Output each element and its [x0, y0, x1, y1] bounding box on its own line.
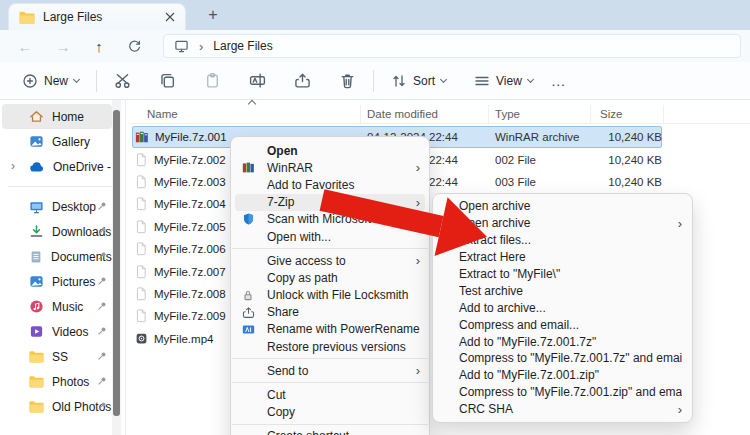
command-toolbar: New Sort View … [0, 62, 750, 100]
sidebar-item-onedrive[interactable]: › OneDrive - Perso [2, 154, 112, 179]
file-name: MyFile.7z.001 [155, 131, 227, 143]
file-name: MyFile.7z.004 [154, 198, 226, 210]
file-name: MyFile.mp4 [154, 333, 213, 345]
rename-button[interactable] [241, 67, 274, 94]
sidebar-item-photos[interactable]: Photos [2, 369, 112, 394]
file-row[interactable]: MyFile.7z.001 04-12-2024 22:44 WinRAR ar… [128, 126, 750, 148]
paste-icon [204, 72, 221, 89]
rename-icon [249, 72, 266, 89]
forward-button[interactable]: → [50, 34, 76, 58]
sidebar-item-downloads[interactable]: Downloads [2, 219, 112, 244]
sidebar-scrollbar-thumb[interactable] [113, 110, 120, 416]
menu-item-open[interactable]: Open [231, 142, 429, 159]
sidebar-item-home[interactable]: Home [2, 104, 112, 129]
folder-icon [29, 350, 44, 363]
sidebar-item-old-photos[interactable]: Old Photos [2, 394, 112, 419]
new-button[interactable]: New [14, 68, 87, 94]
up-button[interactable]: ↑ [86, 34, 112, 58]
file-name: MyFile.7z.002 [154, 154, 226, 166]
menu-item-file-locksmith[interactable]: Unlock with File Locksmith [231, 287, 429, 304]
sidebar-item-music[interactable]: Music [2, 294, 112, 319]
address-bar[interactable]: › Large Files [163, 34, 741, 58]
submenu-item-compress-to-zip-email[interactable]: Compress to "MyFile.7z.001.zip" and emai… [433, 384, 692, 401]
menu-item-copy[interactable]: Copy [231, 404, 429, 421]
gallery-icon [29, 134, 44, 149]
this-pc-icon [174, 39, 189, 53]
view-button[interactable]: View [466, 68, 541, 94]
menu-separator [232, 248, 428, 249]
new-tab-button[interactable]: + [200, 2, 226, 28]
paste-button[interactable] [196, 67, 229, 94]
share-icon [231, 306, 267, 319]
menu-item-powerrename[interactable]: Rename with PowerRename [231, 321, 429, 338]
submenu-item-add-to-7z[interactable]: Add to "MyFile.7z.001.7z" [433, 333, 692, 350]
submenu-item-add-to-zip[interactable]: Add to "MyFile.7z.001.zip" [433, 367, 692, 384]
file-row[interactable]: MyFile.7z.003 04-12-2024 22:44 003 File … [128, 171, 750, 193]
sidebar-item-pictures[interactable]: Pictures [2, 269, 112, 294]
more-options-button[interactable]: … [541, 72, 577, 89]
sidebar-item-ss[interactable]: SS [2, 344, 112, 369]
sidebar-item-documents[interactable]: Documents [2, 244, 112, 269]
menu-item-cut[interactable]: Cut [231, 386, 429, 403]
pane-divider[interactable] [125, 100, 126, 435]
close-icon[interactable] [165, 12, 175, 22]
submenu-arrow-icon: › [416, 253, 420, 268]
explorer-tab[interactable]: Large Files [8, 3, 186, 30]
file-icon [135, 175, 148, 189]
pin-icon [96, 275, 108, 287]
sidebar-item-videos[interactable]: Videos [2, 319, 112, 344]
pictures-icon [29, 274, 44, 289]
tab-title: Large Files [43, 10, 157, 24]
menu-item-send-to[interactable]: Send to › [231, 362, 429, 379]
menu-item-restore-previous-versions[interactable]: Restore previous versions [231, 338, 429, 355]
sort-button[interactable]: Sort [383, 68, 454, 94]
media-file-icon [135, 332, 148, 345]
chevron-right-icon[interactable]: › [11, 159, 15, 173]
menu-separator [232, 358, 428, 359]
submenu-arrow-icon: › [416, 363, 420, 378]
menu-item-create-shortcut[interactable]: Create shortcut [231, 428, 429, 435]
chevron-down-icon [527, 75, 534, 82]
pin-icon [96, 225, 108, 237]
folder-icon [29, 400, 44, 413]
submenu-item-compress-and-email[interactable]: Compress and email... [433, 316, 692, 333]
pin-icon [96, 200, 108, 212]
folder-icon [19, 11, 35, 24]
back-button[interactable]: ← [12, 34, 38, 58]
refresh-button[interactable] [121, 34, 147, 58]
column-header-name[interactable]: Name [128, 108, 367, 120]
file-name: MyFile.7z.006 [154, 243, 226, 255]
file-icon [135, 153, 148, 167]
copy-button[interactable] [151, 67, 184, 94]
submenu-item-crc-sha[interactable]: CRC SHA › [433, 401, 692, 418]
file-name: MyFile.7z.003 [154, 176, 226, 188]
delete-button[interactable] [331, 67, 364, 94]
file-row[interactable]: MyFile.7z.002 04-12-2024 22:44 002 File … [128, 148, 750, 170]
downloads-icon [29, 224, 44, 239]
sidebar-item-desktop[interactable]: Desktop [2, 194, 112, 219]
submenu-arrow-icon: › [678, 402, 682, 417]
menu-item-give-access-to[interactable]: Give access to › [231, 252, 429, 269]
cut-button[interactable] [106, 67, 139, 94]
file-icon [135, 197, 148, 211]
submenu-arrow-icon: › [678, 216, 682, 231]
menu-item-share[interactable]: Share [231, 304, 429, 321]
submenu-item-test-archive[interactable]: Test archive [433, 282, 692, 299]
file-icon [135, 220, 148, 234]
toolbar-divider [96, 70, 97, 92]
share-button[interactable] [286, 67, 319, 94]
sidebar-item-gallery[interactable]: Gallery [2, 129, 112, 154]
file-size: 10,240 KB [600, 131, 662, 143]
menu-item-copy-as-path[interactable]: Copy as path [231, 269, 429, 286]
sidebar-separator [8, 186, 114, 187]
pin-icon [96, 250, 108, 262]
submenu-item-compress-to-7z-email[interactable]: Compress to "MyFile.7z.001.7z" and email [433, 350, 692, 367]
column-header-date[interactable]: Date modified [367, 108, 495, 120]
submenu-item-add-to-archive[interactable]: Add to archive... [433, 299, 692, 316]
submenu-item-extract-to-folder[interactable]: Extract to "MyFile\" [433, 266, 692, 283]
desktop-icon [29, 200, 44, 214]
column-header-size[interactable]: Size [600, 108, 662, 120]
view-icon [474, 73, 490, 89]
breadcrumb-chevron-icon: › [199, 39, 203, 54]
column-header-type[interactable]: Type [495, 108, 600, 120]
